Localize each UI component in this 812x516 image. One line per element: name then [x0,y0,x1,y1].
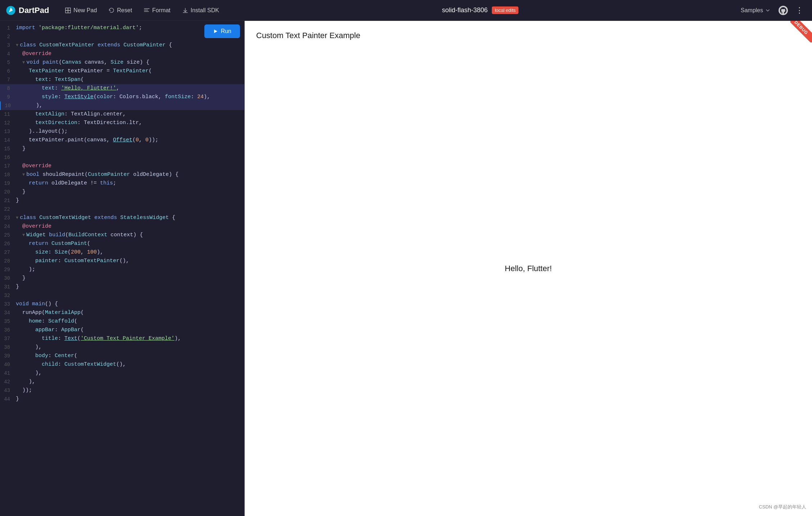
svg-marker-10 [214,29,217,33]
more-menu-button[interactable]: ⋮ [793,4,806,17]
code-line: 38 ), [0,343,244,352]
svg-rect-4 [68,10,71,13]
code-line: 8 text: 'Hello, Flutter!', [0,84,244,93]
code-line: 25 ▼Widget build(BuildContext context) { [0,231,244,239]
code-line: 41 ), [0,369,244,378]
code-line: 18 ▼bool shouldRepaint(CustomPainter old… [0,170,244,179]
editor-panel: Run 1 import 'package:flutter/material.d… [0,21,245,516]
svg-point-9 [779,6,788,15]
debug-corner: DEBUG [790,21,812,42]
code-line: 23 ▼class CustomTextWidget extends State… [0,214,244,222]
code-line: 16 [0,153,244,162]
install-sdk-button[interactable]: Install SDK [178,5,223,16]
new-pad-label: New Pad [73,7,97,14]
code-line: 42 ), [0,378,244,386]
code-line: 35 home: Scaffold( [0,317,244,326]
svg-rect-2 [68,8,71,10]
preview-title: Custom Text Painter Example [256,31,360,40]
code-line: 24 @override [0,222,244,231]
code-line: 43 )); [0,386,244,395]
install-sdk-label: Install SDK [191,7,219,14]
code-editor[interactable]: 1 import 'package:flutter/material.dart'… [0,21,244,516]
code-line: 29 ); [0,265,244,274]
run-label: Run [221,28,231,35]
code-line: 22 [0,205,244,214]
code-line: 7 text: TextSpan( [0,76,244,84]
dartpad-logo-icon [6,5,16,15]
code-line: 44 } [0,395,244,403]
run-btn-container: Run [204,24,240,38]
preview-hello-text: Hello, Flutter! [505,264,552,273]
logo-area: DartPad [6,5,49,15]
code-line: 31 } [0,283,244,291]
code-line: 20 } [0,188,244,196]
new-pad-icon [65,7,71,14]
reset-button[interactable]: Reset [104,5,136,16]
code-line: 13 )..layout(); [0,127,244,136]
reset-icon [108,7,115,14]
code-line: 33 void main() { [0,300,244,309]
samples-button[interactable]: Samples [737,5,774,16]
code-line: 34 runApp(MaterialApp( [0,309,244,317]
code-line: 32 [0,291,244,300]
code-line: 11 textAlign: TextAlign.center, [0,110,244,119]
debug-badge: DEBUG [790,21,812,42]
code-line: 6 TextPainter textPainter = TextPainter( [0,67,244,76]
code-line: 30 } [0,274,244,283]
code-line: 27 size: Size(200, 100), [0,248,244,257]
topbar-right: Samples ⋮ [737,4,806,17]
code-line: 28 painter: CustomTextPainter(), [0,257,244,265]
watermark: CSDN @早起的年轻人 [759,504,806,510]
preview-content: Custom Text Painter Example Hello, Flutt… [245,21,812,516]
samples-label: Samples [741,7,763,14]
github-icon[interactable] [778,5,788,15]
svg-rect-1 [65,8,68,10]
format-icon [144,7,150,14]
code-line: 39 body: Center( [0,352,244,360]
code-line: 17 @override [0,162,244,170]
run-button[interactable]: Run [204,24,240,38]
format-button[interactable]: Format [139,5,175,16]
code-line: 14 textPainter.paint(canvas, Offset(0, 0… [0,136,244,145]
play-icon [213,29,218,34]
reset-label: Reset [117,7,132,14]
app-name: DartPad [19,6,49,15]
code-line: 5 ▼void paint(Canvas canvas, Size size) … [0,58,244,67]
code-line: 36 appBar: AppBar( [0,326,244,334]
code-line: 37 title: Text('Custom Text Painter Exam… [0,334,244,343]
code-line: 26 return CustomPaint( [0,239,244,248]
topbar: DartPad New Pad Reset Format Install SD [0,0,812,21]
code-line: 15 } [0,145,244,153]
code-line: 3 ▼class CustomTextPainter extends Custo… [0,41,244,50]
pad-name: solid-flash-3806 [442,6,487,14]
topbar-center: solid-flash-3806 local edits [226,6,734,14]
new-pad-button[interactable]: New Pad [60,5,101,16]
code-line: 10 ), [0,101,244,110]
code-line: 21 } [0,196,244,205]
format-label: Format [152,7,171,14]
chevron-down-icon [765,8,770,13]
download-icon [182,7,189,14]
svg-rect-3 [65,10,68,13]
main-content: Run 1 import 'package:flutter/material.d… [0,21,812,516]
code-line: 19 return oldDelegate != this; [0,179,244,188]
local-edits-badge: local edits [492,6,518,14]
code-line: 9 style: TextStyle(color: Colors.black, … [0,93,244,101]
code-line: 40 child: CustomTextWidget(), [0,360,244,369]
code-line: 12 textDirection: TextDirection.ltr, [0,119,244,127]
code-line: 4 @override [0,50,244,58]
preview-panel: Custom Text Painter Example Hello, Flutt… [245,21,812,516]
